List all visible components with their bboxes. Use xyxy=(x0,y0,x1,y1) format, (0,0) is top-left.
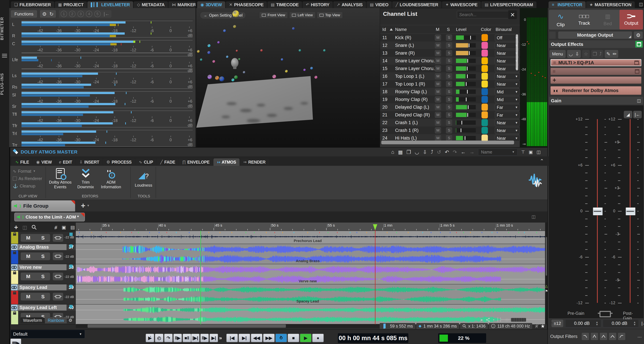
zoom-ratio-chip[interactable]: x 1: 1436 xyxy=(460,323,488,329)
tab-phasescope[interactable]: ✕PHASESCOPE xyxy=(226,1,267,8)
mute-button[interactable]: M xyxy=(435,119,441,126)
audio-object-sphere[interactable] xyxy=(208,44,210,47)
channel-color-swatch[interactable] xyxy=(482,88,488,95)
3d-viewport[interactable]: → Open Setting Panel Front ViewLeft View… xyxy=(196,8,380,147)
filter-band-narrow-button[interactable] xyxy=(590,333,598,340)
channel-color-swatch[interactable] xyxy=(482,111,488,118)
channel-row[interactable]: 17Top Loop 1 (R)MSNear▼ xyxy=(380,80,520,88)
nav-back-icon[interactable]: ← xyxy=(461,149,466,155)
clip-link-button[interactable] xyxy=(52,293,64,301)
channel-color-swatch[interactable] xyxy=(482,119,488,126)
channel-row[interactable]: 16Top Loop 1 (L)MSNear▼ xyxy=(380,72,520,80)
track-lane[interactable]: Verve new xyxy=(76,264,545,284)
tab-project[interactable]: ▦PROJECT xyxy=(55,1,87,8)
filter-band-wide-button[interactable] xyxy=(609,333,616,340)
adm-information-button[interactable]: ◗◖ iADMInformation xyxy=(99,167,123,193)
montage-tab-options-icon[interactable]: ◫ xyxy=(532,214,536,219)
name-search-dropdown[interactable]: Name▼ xyxy=(478,148,518,156)
undo-icon[interactable]: ↶ xyxy=(445,149,449,155)
audio-object-sphere[interactable] xyxy=(226,56,228,58)
panel-single-icon[interactable]: ▣ xyxy=(529,149,533,155)
audio-object-sphere[interactable] xyxy=(232,78,234,81)
filter-low-pass-button[interactable] xyxy=(582,333,589,340)
channel-color-swatch[interactable] xyxy=(482,34,488,41)
mute-button[interactable]: M xyxy=(435,42,441,48)
channel-row[interactable]: 14Snare Layer Choru...MSNear▼ xyxy=(380,57,520,65)
column-header-id[interactable]: Id xyxy=(382,27,386,32)
channel-row[interactable]: 22Crash 1 (L)MSNear▼ xyxy=(380,119,520,126)
magnify-icon[interactable] xyxy=(32,225,37,230)
effects-menu-button[interactable]: Menu xyxy=(549,50,566,58)
zoom-marker-icon[interactable]: △ xyxy=(545,284,548,288)
add-tab-dropdown-icon[interactable]: ▼ xyxy=(87,204,90,207)
track-lock-strip[interactable] xyxy=(11,271,18,284)
audio-object-sphere[interactable] xyxy=(234,75,238,79)
tab-loudnessmeter[interactable]: ╱LOUDNESSMETER xyxy=(392,1,442,8)
audio-object-sphere[interactable] xyxy=(219,76,224,81)
mute-button[interactable]: M xyxy=(435,81,441,87)
time-display[interactable]: 00 h 00 mn 44 s 085 ms xyxy=(338,333,408,343)
dolby-atmos-events-button[interactable]: Dolby AtmosEvents xyxy=(48,167,72,193)
channel-color-swatch[interactable] xyxy=(482,65,488,72)
play-button[interactable]: ▶ xyxy=(300,334,312,342)
audio-object-sphere[interactable] xyxy=(215,76,219,80)
play-selection-button[interactable]: |▶| xyxy=(191,334,200,342)
rewind-button[interactable]: ◀◀ xyxy=(251,334,262,342)
track-lane[interactable]: Analog Brass xyxy=(76,244,545,264)
tab-video[interactable]: ▤VIDEO xyxy=(366,1,392,8)
track-lock-strip[interactable] xyxy=(11,311,18,324)
column-header-s[interactable]: S xyxy=(447,27,450,32)
binaural-dropdown[interactable]: Near▼ xyxy=(495,127,520,134)
mode-clip-button[interactable]: ∿Clip xyxy=(549,10,572,29)
play-from-button[interactable]: ‖▶ xyxy=(200,334,209,342)
binaural-dropdown[interactable]: Far▼ xyxy=(495,112,520,118)
favorite-icon[interactable]: ★ xyxy=(540,323,545,329)
channel-row[interactable]: 20Delayed Clap (L)MSFar▼ xyxy=(380,103,520,111)
solo-button[interactable]: S xyxy=(446,88,452,95)
audio-object-sphere[interactable] xyxy=(272,75,276,78)
functions-button[interactable]: Functions xyxy=(10,10,37,18)
column-header-name[interactable]: Name xyxy=(395,27,407,32)
audio-object-sphere[interactable] xyxy=(303,69,306,71)
edit-cursor-time-chip[interactable]: ▐▎59 s 552 ms xyxy=(380,323,415,329)
track-lock-strip[interactable] xyxy=(11,250,18,264)
solo-button[interactable]: S xyxy=(446,73,452,79)
go-start-button[interactable]: |◀ xyxy=(226,334,238,342)
audio-object-sphere[interactable] xyxy=(299,49,301,51)
add-track-button[interactable]: + xyxy=(14,224,18,231)
save-icon[interactable]: ⇩ xyxy=(423,149,427,155)
gain-reset-button[interactable]: |← xyxy=(633,111,642,118)
post-gain-value-field[interactable]: 0.00 dB ▲▼ xyxy=(603,319,639,327)
audio-object-sphere[interactable] xyxy=(233,25,236,28)
solo-button[interactable]: S xyxy=(446,96,452,103)
reset-presets-button[interactable]: |← xyxy=(104,11,110,17)
save-preset-icon[interactable]: ⇩ xyxy=(575,51,579,57)
solo-button[interactable]: S xyxy=(446,58,452,64)
record-button[interactable]: ● xyxy=(312,334,324,342)
binaural-dropdown[interactable]: Near▼ xyxy=(495,119,520,126)
mute-solo-button[interactable]: MS xyxy=(20,293,50,301)
track-header[interactable]: Verve new38MS-22 dB xyxy=(11,264,76,284)
filter-band-button[interactable] xyxy=(600,333,607,340)
mute-button[interactable]: M xyxy=(435,65,441,72)
view-settings-gear-icon[interactable]: ⚙ xyxy=(68,318,72,323)
solo-button[interactable]: S xyxy=(446,50,452,56)
tab-timecode[interactable]: ▤TIMECODE xyxy=(268,1,302,8)
solo-button[interactable]: S xyxy=(446,127,452,134)
tab-wavescope[interactable]: ✦WAVESCOPE xyxy=(442,1,481,8)
solo-button[interactable]: S xyxy=(446,65,452,72)
montage-file-tab[interactable]: ) Close to the Limit - ADM * xyxy=(14,213,85,221)
stop-skip-button[interactable]: ■‖ xyxy=(182,334,191,342)
loop-button[interactable]: ⥁ xyxy=(275,334,287,342)
mute-button[interactable]: M xyxy=(435,96,441,103)
channel-color-swatch[interactable] xyxy=(482,42,488,49)
ribbon-tab-envelope[interactable]: ∏ENVELOPE xyxy=(179,158,213,166)
panel-view-icon[interactable]: □ xyxy=(506,318,508,322)
go-end-button[interactable]: ▶| xyxy=(238,334,250,342)
track-lane[interactable]: Spacey Lead xyxy=(76,284,545,305)
clip-link-button[interactable] xyxy=(52,234,64,242)
play-small-icon[interactable]: ▶ xyxy=(481,318,483,322)
edit-pen-icon[interactable]: ✎ xyxy=(606,51,610,57)
track-header[interactable]: Analog Brass37MS-22 dB xyxy=(11,244,76,264)
play-anchor-button[interactable]: ▶̇ xyxy=(146,334,154,342)
